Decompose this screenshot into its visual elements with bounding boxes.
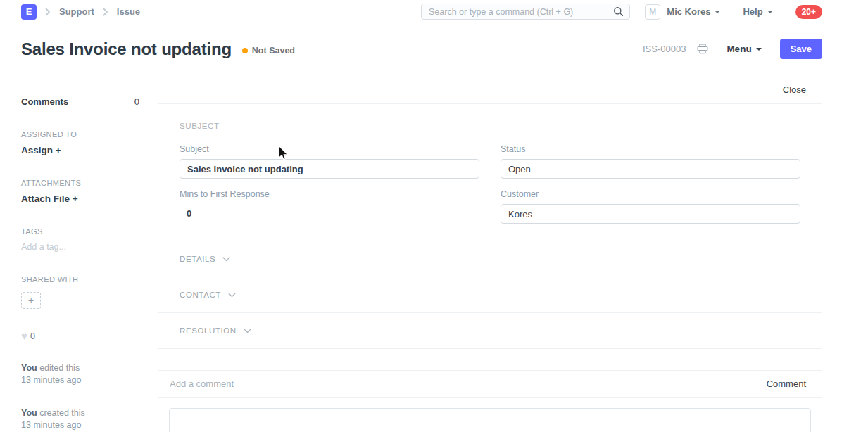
- avatar[interactable]: M: [645, 4, 660, 20]
- like-count: 0: [30, 331, 35, 341]
- breadcrumb: E Support Issue: [21, 0, 140, 23]
- timeline-when: 13 minutes ago: [21, 374, 139, 386]
- menu-button[interactable]: Menu: [727, 44, 761, 54]
- subject-label: Subject: [180, 144, 479, 154]
- add-comment-label[interactable]: Add a comment: [170, 379, 234, 389]
- section-resolution[interactable]: RESOLUTION: [158, 312, 822, 348]
- page-head: Sales Invoice not updating Not Saved ISS…: [0, 23, 868, 75]
- comments-count: 0: [134, 96, 139, 107]
- customer-label: Customer: [501, 189, 800, 199]
- timeline-when: 13 minutes ago: [21, 419, 139, 431]
- timeline-entry: You edited this 13 minutes ago: [21, 362, 139, 386]
- field-customer: Customer: [501, 189, 800, 224]
- chevron-down-icon: [715, 11, 720, 13]
- heart-icon: ♥: [21, 331, 27, 341]
- resolution-label: RESOLUTION: [180, 326, 237, 335]
- tags-heading: TAGS: [21, 227, 139, 236]
- user-menu[interactable]: Mic Kores: [667, 6, 720, 17]
- field-mins-to-first-response: Mins to First Response 0: [180, 189, 479, 224]
- section-heading-subject: SUBJECT: [180, 122, 800, 130]
- navbar: E Support Issue M Mic Kores Help: [0, 0, 868, 23]
- status-label: Status: [501, 144, 800, 154]
- chevron-down-icon: [767, 11, 773, 13]
- form-toolbar: Close: [158, 75, 822, 104]
- status-indicator-label: Not Saved: [252, 46, 295, 56]
- page-actions: ISS-00003 Menu Save: [643, 39, 822, 59]
- section-contact[interactable]: CONTACT: [158, 277, 822, 312]
- page-title: Sales Invoice not updating: [21, 39, 232, 59]
- timeline-entry: You created this 13 minutes ago: [21, 407, 139, 431]
- chevron-down-icon: [756, 48, 762, 51]
- comment-input-area: [158, 398, 822, 432]
- global-search: [421, 4, 630, 20]
- timeline-action: created this: [37, 408, 85, 418]
- timeline-actor: You: [21, 363, 37, 373]
- main-area: Comments 0 ASSIGNED TO Assign + ATTACHME…: [0, 75, 868, 431]
- share-add-button[interactable]: +: [21, 292, 41, 309]
- not-saved-dot-icon: [242, 48, 248, 53]
- close-button[interactable]: Close: [783, 84, 806, 95]
- contact-label: CONTACT: [180, 291, 221, 299]
- app-logo[interactable]: E: [21, 4, 37, 20]
- comment-textarea[interactable]: [169, 408, 811, 432]
- status-indicator: Not Saved: [242, 46, 295, 56]
- chevron-right-icon: [45, 8, 51, 16]
- shared-with-heading: SHARED WITH: [21, 275, 139, 284]
- navbar-right: M Mic Kores Help 20+: [645, 0, 822, 23]
- print-icon[interactable]: [697, 44, 708, 54]
- sidebar-item-comments[interactable]: Comments 0: [21, 96, 139, 107]
- mins-to-first-response-value: 0: [180, 204, 479, 219]
- comment-button[interactable]: Comment: [767, 379, 806, 389]
- field-status: Status: [501, 144, 800, 179]
- add-tag-input[interactable]: Add a tag...: [21, 242, 139, 252]
- field-subject: Subject: [180, 144, 479, 179]
- assigned-to-heading: ASSIGNED TO: [21, 130, 139, 139]
- chevron-down-icon: [244, 329, 251, 333]
- mins-to-first-response-label: Mins to First Response: [180, 189, 479, 199]
- timeline-action: edited this: [37, 363, 80, 373]
- customer-input[interactable]: [501, 204, 800, 224]
- form-sidebar: Comments 0 ASSIGNED TO Assign + ATTACHME…: [0, 75, 158, 431]
- form-card: Close SUBJECT Subject Status: [158, 75, 822, 349]
- timeline-actor: You: [21, 408, 37, 418]
- comments-label: Comments: [21, 96, 68, 107]
- search-input[interactable]: [422, 7, 613, 17]
- subject-section: SUBJECT Subject Status Mins to First Res…: [158, 104, 822, 241]
- user-name: Mic Kores: [667, 6, 710, 17]
- assign-button[interactable]: Assign +: [21, 145, 139, 155]
- breadcrumb-doctype[interactable]: Issue: [117, 6, 140, 17]
- help-menu[interactable]: Help: [743, 6, 772, 17]
- attachments-heading: ATTACHMENTS: [21, 179, 139, 187]
- attach-file-button[interactable]: Attach File +: [21, 193, 139, 204]
- form-content: Close SUBJECT Subject Status: [158, 75, 822, 431]
- search-icon[interactable]: [613, 6, 624, 17]
- like-control[interactable]: ♥ 0: [21, 331, 139, 341]
- help-label: Help: [743, 6, 762, 17]
- notifications-badge[interactable]: 20+: [795, 5, 822, 19]
- issue-page: E Support Issue M Mic Kores Help: [0, 0, 868, 432]
- section-details[interactable]: DETAILS: [158, 241, 822, 277]
- chevron-down-icon: [228, 293, 236, 298]
- menu-label: Menu: [727, 44, 751, 54]
- subject-input[interactable]: [180, 159, 479, 179]
- chevron-down-icon: [222, 257, 230, 262]
- doc-id: ISS-00003: [643, 44, 686, 54]
- chevron-right-icon: [103, 8, 108, 16]
- save-button[interactable]: Save: [780, 39, 822, 59]
- comment-card: Add a comment Comment: [158, 370, 822, 432]
- comment-header: Add a comment Comment: [158, 371, 822, 398]
- details-label: DETAILS: [180, 255, 215, 263]
- status-input[interactable]: [501, 159, 800, 179]
- breadcrumb-module[interactable]: Support: [59, 6, 94, 17]
